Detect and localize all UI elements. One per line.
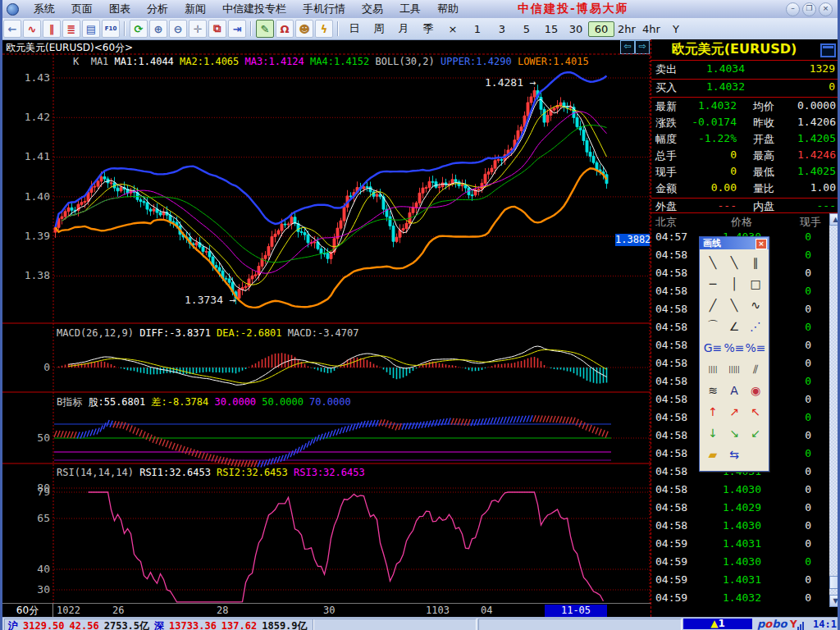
tick-row[interactable]: 04:581.40300 bbox=[651, 519, 829, 537]
period-30[interactable]: 30 bbox=[564, 22, 588, 36]
refresh-icon[interactable]: ⟳ bbox=[130, 20, 148, 38]
angle-tool[interactable]: ∠ bbox=[724, 316, 745, 337]
market-index: 3129.50 bbox=[23, 620, 65, 630]
menu-工具[interactable]: 工具 bbox=[391, 0, 429, 18]
back-icon[interactable]: ← bbox=[3, 20, 21, 38]
quote-list-icon[interactable]: ≣ bbox=[62, 20, 80, 38]
drawing-toolbox-titlebar[interactable]: 画线 × bbox=[700, 237, 769, 249]
tick-time: 04:58 bbox=[655, 483, 687, 495]
line-chart-icon[interactable]: ∿ bbox=[23, 20, 41, 38]
channel-tool[interactable]: ≋ bbox=[702, 380, 724, 401]
quote-label: 昨收 bbox=[753, 116, 774, 130]
slant-grid[interactable]: ⫽ bbox=[745, 358, 766, 380]
rectangle-tool[interactable]: □ bbox=[745, 273, 766, 294]
golden-section[interactable]: G≡ bbox=[702, 337, 724, 358]
alarm-bell-icon[interactable]: Ω bbox=[276, 20, 294, 38]
arrow-down[interactable]: ↓ bbox=[702, 422, 724, 444]
period-Y[interactable]: Y bbox=[664, 22, 688, 36]
menu-手机行情[interactable]: 手机行情 bbox=[294, 0, 354, 18]
period-月[interactable]: 月 bbox=[391, 21, 416, 37]
tick-row[interactable]: 04:581.40290 bbox=[651, 501, 829, 519]
horizontal-line[interactable]: ─ bbox=[702, 273, 724, 294]
restore-button[interactable]: ❐ bbox=[802, 2, 816, 16]
period-1[interactable]: 1 bbox=[465, 22, 490, 36]
alert-badge[interactable]: ▲1 bbox=[683, 619, 752, 629]
period-3[interactable]: 3 bbox=[490, 22, 514, 36]
arrow-down-left[interactable]: ↙ bbox=[745, 422, 766, 444]
close-icon[interactable]: × bbox=[756, 239, 767, 249]
arrow-up-right[interactable]: ↗ bbox=[724, 401, 745, 422]
scroll-down-icon[interactable]: ▼ bbox=[829, 595, 840, 607]
tick-row[interactable]: 04:591.40310 bbox=[651, 573, 829, 591]
vertical-line[interactable]: │ bbox=[724, 273, 745, 294]
f10-icon[interactable]: F10 bbox=[102, 20, 120, 38]
arrow-up-left[interactable]: ↖ bbox=[745, 401, 766, 422]
menu-页面[interactable]: 页面 bbox=[63, 0, 101, 18]
scroll-up-icon[interactable]: ▲ bbox=[829, 213, 840, 226]
percent-lines[interactable]: %≡ bbox=[724, 337, 745, 358]
report-icon[interactable]: ▤ bbox=[82, 20, 100, 38]
line-segment[interactable]: ╲ bbox=[724, 252, 745, 273]
pointer-icon[interactable]: ✛ bbox=[189, 20, 207, 38]
tick-row[interactable]: 04:581.40300 bbox=[651, 483, 829, 501]
market-index: 42.56 bbox=[70, 620, 99, 630]
tick-volume: 0 bbox=[805, 465, 811, 477]
zoom-out-icon[interactable]: ⊖ bbox=[169, 20, 187, 38]
scroll-thumb[interactable] bbox=[829, 576, 840, 589]
draw-icon[interactable]: ✎ bbox=[256, 20, 274, 38]
menu-图表[interactable]: 图表 bbox=[101, 0, 139, 18]
quote-value: 0.00 bbox=[679, 181, 737, 194]
zoom-in-icon[interactable]: ⊕ bbox=[149, 20, 167, 38]
period-5[interactable]: 5 bbox=[514, 22, 539, 36]
gann-fan[interactable]: ⋰ bbox=[745, 316, 766, 337]
period-15[interactable]: 15 bbox=[539, 22, 564, 36]
users-icon[interactable]: ☻ bbox=[295, 20, 313, 38]
arrow-up[interactable]: ↑ bbox=[702, 401, 724, 422]
eraser-tool[interactable]: ▰ bbox=[702, 444, 724, 465]
text-tool[interactable]: A bbox=[724, 380, 745, 401]
dense-grid[interactable]: ||||| bbox=[724, 358, 745, 380]
short-segment[interactable]: ╲ bbox=[724, 294, 745, 316]
period-2hr[interactable]: 2hr bbox=[614, 22, 639, 36]
send-window-icon[interactable]: ⧉ bbox=[208, 20, 226, 38]
menu-分析[interactable]: 分析 bbox=[139, 0, 176, 18]
gann-circle[interactable]: ◉ bbox=[745, 380, 766, 401]
menu-新闻[interactable]: 新闻 bbox=[176, 0, 214, 18]
vertical-grid[interactable]: |||| bbox=[702, 358, 724, 380]
menu-中信建投专栏[interactable]: 中信建投专栏 bbox=[214, 0, 294, 18]
trend-line[interactable]: ╲ bbox=[702, 252, 724, 273]
blank[interactable] bbox=[745, 444, 766, 465]
tick-row[interactable]: 04:591.40310 bbox=[651, 537, 829, 555]
annotation-low: 1.3734 → bbox=[185, 294, 236, 306]
indicator-header-main: K MA1 MA1:1.4044 MA2:1.4065 MA3:1.4124 M… bbox=[73, 56, 589, 67]
candle-chart-icon[interactable]: ‖ bbox=[43, 20, 61, 38]
period-×[interactable]: × bbox=[441, 22, 465, 36]
period-60[interactable]: 60 bbox=[588, 21, 614, 37]
close-button[interactable]: × bbox=[819, 2, 833, 16]
minimize-button[interactable]: – bbox=[786, 2, 800, 16]
period-4hr[interactable]: 4hr bbox=[639, 22, 664, 36]
period-季[interactable]: 季 bbox=[416, 21, 441, 37]
tick-row[interactable]: 04:591.40300 bbox=[651, 555, 829, 573]
ray-line[interactable]: ╱ bbox=[702, 294, 724, 316]
wave-line[interactable]: ∿ bbox=[745, 294, 766, 316]
price-chart[interactable] bbox=[2, 39, 651, 603]
parallel-lines[interactable]: ∥ bbox=[745, 252, 766, 273]
period-周[interactable]: 周 bbox=[367, 21, 391, 37]
arc-tool[interactable]: ⌒ bbox=[702, 316, 724, 337]
menu-交易[interactable]: 交易 bbox=[354, 0, 391, 18]
interval-label[interactable]: 60分 bbox=[2, 604, 53, 617]
move-tool[interactable]: ⇆ bbox=[724, 444, 745, 465]
arrow-down-right[interactable]: ↘ bbox=[724, 422, 745, 444]
menu-帮助[interactable]: 帮助 bbox=[429, 0, 467, 18]
indicator-value: RSI(14,14,14) bbox=[57, 467, 139, 478]
tick-list-scrollbar[interactable]: ▲ ▼ bbox=[829, 213, 840, 607]
panel-restore-icon[interactable] bbox=[820, 43, 836, 57]
tick-row[interactable]: 04:591.40320 bbox=[651, 591, 829, 609]
period-日[interactable]: 日 bbox=[342, 21, 367, 37]
tick-volume: 0 bbox=[805, 591, 811, 604]
menu-系统[interactable]: 系统 bbox=[25, 0, 63, 18]
fibonacci-lines[interactable]: %≡ bbox=[745, 337, 766, 358]
next-window-icon[interactable]: ⇥ bbox=[228, 20, 246, 38]
flash-icon[interactable]: ϟ bbox=[315, 20, 333, 38]
